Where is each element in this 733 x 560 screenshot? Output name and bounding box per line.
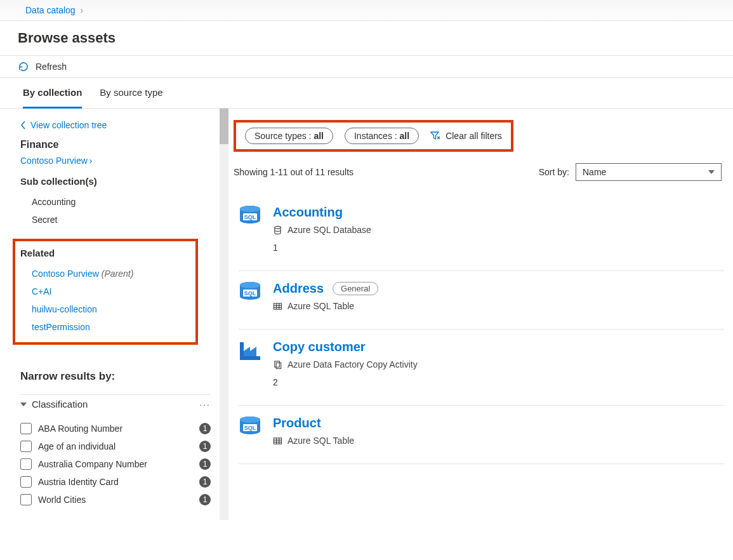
chevron-down-icon <box>708 170 715 174</box>
checkbox[interactable] <box>20 494 32 505</box>
filter-clear-icon <box>430 131 440 141</box>
result-type: Azure Data Factory Copy Activity <box>273 359 724 370</box>
facet-more-menu[interactable]: ··· <box>199 399 211 410</box>
facet-count: 1 <box>199 476 211 488</box>
svg-point-1 <box>240 206 260 212</box>
table-icon <box>273 302 282 311</box>
sort-select[interactable]: Name <box>576 163 722 181</box>
parent-collection-link[interactable]: Contoso Purview › <box>20 156 211 166</box>
checkbox[interactable] <box>20 441 32 452</box>
breadcrumb-link-data-catalog[interactable]: Data catalog <box>25 5 76 15</box>
collection-title: Finance <box>20 139 211 150</box>
facet-label: Australia Company Number <box>38 459 147 469</box>
scrollbar-thumb[interactable] <box>220 109 228 144</box>
facet-item[interactable]: Austria Identity Card1 <box>20 473 211 491</box>
chevron-right-icon: › <box>89 156 93 166</box>
results-header: Showing 1-11 out of 11 results Sort by: … <box>234 163 724 181</box>
result-type: Azure SQL Database <box>273 225 724 235</box>
svg-point-4 <box>275 226 281 229</box>
sub-collections-title: Sub collection(s) <box>20 176 211 187</box>
svg-rect-9 <box>274 303 281 309</box>
sort-selected: Name <box>583 167 606 177</box>
facet-count: 1 <box>199 494 211 505</box>
related-item[interactable]: testPermission <box>20 318 190 336</box>
clear-filters-label: Clear all filters <box>446 131 502 141</box>
facet-item[interactable]: World Cities1 <box>20 491 211 509</box>
svg-text:SQL: SQL <box>244 214 256 220</box>
svg-text:SQL: SQL <box>244 425 256 431</box>
refresh-icon[interactable] <box>18 61 29 72</box>
facet-count: 1 <box>199 458 211 470</box>
svg-rect-11 <box>240 356 260 360</box>
tabs: By collection By source type <box>0 78 733 109</box>
facet-label: Age of an individual <box>38 441 116 451</box>
related-item[interactable]: C+AI <box>20 283 190 300</box>
svg-rect-18 <box>274 437 281 443</box>
result-title[interactable]: Copy customer <box>273 340 366 354</box>
related-title: Related <box>20 248 190 258</box>
related-item[interactable]: huilwu-collection <box>20 300 190 318</box>
svg-point-15 <box>240 417 260 423</box>
sql-icon: SQL <box>239 416 261 436</box>
copy-icon <box>273 360 282 370</box>
result-title[interactable]: Accounting <box>273 205 343 220</box>
database-icon <box>273 225 282 235</box>
results-summary: Showing 1-11 out of 11 results <box>234 167 353 177</box>
clear-all-filters[interactable]: Clear all filters <box>430 131 502 141</box>
narrow-results-title: Narrow results by: <box>20 370 211 383</box>
facet-item[interactable]: ABA Routing Number1 <box>20 420 211 437</box>
result-badge: General <box>333 282 378 295</box>
result-title[interactable]: Address <box>273 281 324 296</box>
tab-by-source-type[interactable]: By source type <box>100 78 162 108</box>
refresh-button[interactable]: Refresh <box>36 62 67 72</box>
result-type: Azure SQL Table <box>273 436 724 446</box>
facet-item[interactable]: Australia Company Number1 <box>20 455 211 473</box>
checkbox[interactable] <box>20 423 32 434</box>
facet-count: 1 <box>199 441 211 452</box>
view-collection-tree-link[interactable]: View collection tree <box>20 120 211 130</box>
subcollection-item[interactable]: Secret <box>20 211 211 229</box>
table-icon <box>273 436 282 446</box>
svg-rect-12 <box>275 361 280 366</box>
sql-icon: SQL <box>239 281 261 302</box>
result-count: 2 <box>273 377 724 387</box>
result-item: SQLProductAzure SQL Table <box>239 406 724 464</box>
filter-source-types[interactable]: Source types : all <box>245 128 333 144</box>
scrollbar-track <box>220 109 228 520</box>
checkbox[interactable] <box>20 476 32 488</box>
filters-bar: Source types : all Instances : all Clear… <box>234 120 513 152</box>
factory-icon <box>239 340 261 361</box>
related-section: Related Contoso Purview (Parent)C+AIhuil… <box>13 239 198 345</box>
result-type: Azure SQL Table <box>273 301 724 311</box>
subcollection-item[interactable]: Accounting <box>20 193 211 211</box>
svg-point-6 <box>240 282 260 288</box>
facet-label: Austria Identity Card <box>38 477 119 487</box>
sidebar: View collection tree Finance Contoso Pur… <box>0 109 228 520</box>
facet-item[interactable]: Age of an individual1 <box>20 437 211 455</box>
tab-by-collection[interactable]: By collection <box>23 78 82 109</box>
breadcrumb: Data catalog › <box>0 0 733 21</box>
related-item[interactable]: Contoso Purview (Parent) <box>20 265 190 283</box>
result-count: 1 <box>273 243 724 253</box>
svg-text:SQL: SQL <box>244 290 256 297</box>
facet-classification-header[interactable]: Classification ··· <box>20 394 211 413</box>
chevron-left-icon <box>20 121 27 130</box>
filter-instances[interactable]: Instances : all <box>345 128 419 144</box>
main-content: Source types : all Instances : all Clear… <box>228 109 733 520</box>
chevron-right-icon: › <box>81 5 84 15</box>
result-item: SQLAccountingAzure SQL Database1 <box>239 195 724 271</box>
page-title: Browse assets <box>0 21 733 56</box>
result-item: Copy customerAzure Data Factory Copy Act… <box>239 330 724 406</box>
checkbox[interactable] <box>20 458 32 470</box>
sort-label: Sort by: <box>539 167 569 177</box>
svg-rect-13 <box>276 363 281 368</box>
result-title[interactable]: Product <box>273 416 321 430</box>
toolbar: Refresh <box>0 56 733 78</box>
facet-label: World Cities <box>38 495 86 505</box>
view-tree-label: View collection tree <box>30 120 107 130</box>
facet-count: 1 <box>199 423 211 434</box>
result-item: SQLAddressGeneralAzure SQL Table <box>239 271 724 330</box>
sql-icon: SQL <box>239 205 261 225</box>
caret-down-icon <box>20 403 27 406</box>
facet-name: Classification <box>32 399 88 410</box>
